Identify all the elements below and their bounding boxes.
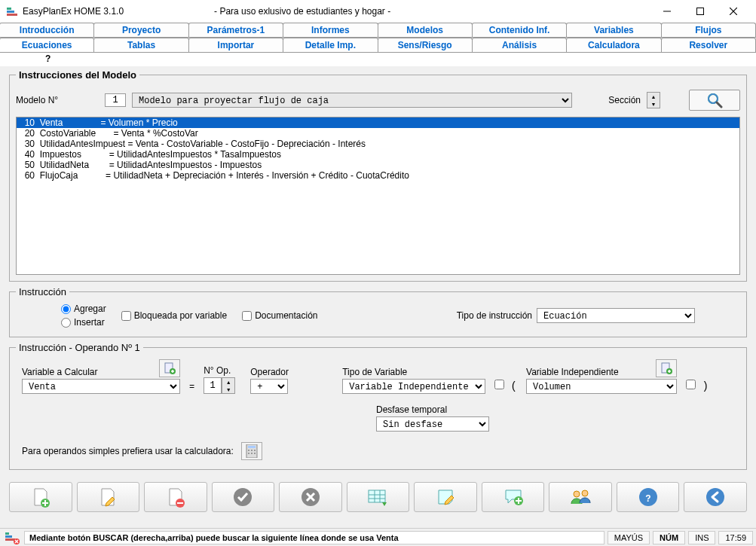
calculator-button[interactable] [241,442,262,460]
toolbar-accept-button[interactable] [212,482,275,512]
equation-line[interactable]: 20 CostoVariable = Venta * %CostoVar [17,128,739,139]
tab-introducción[interactable]: Introducción [0,23,94,37]
tab-sens/riesgo[interactable]: Sens/Riesgo [378,38,473,52]
toolbar-note-button[interactable] [414,482,477,512]
var-ind-select[interactable]: Volumen [526,379,677,394]
equation-line[interactable]: 30 UtilidadAntesImpuest = Venta - CostoV… [17,139,739,149]
main-toolbar: ? [0,477,756,517]
svg-rect-2 [7,14,17,16]
toolbar-back-button[interactable] [684,482,747,512]
help-icon: ? [638,487,659,508]
chk-documentacion[interactable]: Documentación [242,310,317,321]
operador-label: Operador [250,367,303,377]
tab-resolver[interactable]: Resolver [661,38,756,52]
chk-paren-open[interactable]: ( [494,380,517,392]
seccion-down-button[interactable]: ▼ [647,100,660,108]
svg-point-43 [574,491,580,497]
var-calcular-label: Variable a Calcular [22,367,98,377]
modelo-num-input[interactable] [105,93,126,107]
tipo-instruccion-select[interactable]: Ecuación [537,308,695,323]
calc-hint-text: Para operandos simples prefiera usar la … [22,446,234,456]
chk-paren-close[interactable]: ) [686,380,709,392]
status-app-icon[interactable] [3,530,21,545]
desfase-label: Desfase temporal [376,404,489,415]
back-arrow-icon [705,487,726,508]
tab-parámetros-1[interactable]: Parámetros-1 [188,23,283,37]
desfase-select[interactable]: Sin desfase [376,416,489,432]
table-arrow-icon [367,487,390,507]
svg-point-47 [706,488,724,506]
tab-contenido inf.[interactable]: Contenido Inf. [472,23,567,37]
tab-tablas[interactable]: Tablas [93,38,188,52]
document-new-icon [30,487,51,508]
toolbar-delete-button[interactable] [144,482,207,512]
radio-agregar[interactable]: Agregar [61,304,106,314]
toolbar-edit-button[interactable] [77,482,140,512]
app-title: EasyPlanEx HOME 3.1.0 [23,6,124,17]
svg-rect-22 [254,450,256,451]
tab-informes[interactable]: Informes [283,23,378,37]
close-button[interactable] [717,0,750,23]
tab-ecuaciones[interactable]: Ecuaciones [0,38,94,52]
var-calcular-select[interactable]: Venta [22,379,180,394]
equation-line[interactable]: 10 Venta = Volumen * Precio [17,117,739,128]
svg-rect-19 [248,446,256,448]
svg-rect-24 [251,453,253,454]
var-calcular-add-button[interactable] [159,359,180,377]
tipo-var-select[interactable]: Variable Independiente [342,379,485,394]
minimize-button[interactable] [650,0,684,23]
tab-variables[interactable]: Variables [566,23,661,37]
tipo-instruccion-label: Tipo de instrucción [457,310,532,321]
search-button[interactable] [689,90,740,111]
seccion-label: Sección [608,95,641,105]
nop-input[interactable] [204,377,222,394]
svg-rect-25 [254,453,256,454]
document-delete-icon [165,487,186,508]
equation-line[interactable]: 40 Impuestos = UtilidadAntesImpuestos * … [17,149,739,160]
seccion-up-button[interactable]: ▲ [647,93,660,100]
group-instruccion: Instrucción Agregar Insertar Bloqueada p… [9,286,747,337]
maximize-button[interactable] [684,0,717,23]
toolbar-comment-button[interactable] [482,482,545,512]
check-circle-icon [232,487,253,508]
operador-select[interactable]: + [250,379,288,394]
radio-insertar[interactable]: Insertar [61,317,106,328]
tab-detalle imp.[interactable]: Detalle Imp. [283,38,378,52]
toolbar-users-button[interactable] [549,482,612,512]
toolbar-cancel-button[interactable] [279,482,342,512]
tab-importar[interactable]: Importar [188,38,283,52]
var-ind-add-button[interactable] [656,359,677,377]
svg-rect-49 [5,535,12,538]
equation-line[interactable]: 60 FlujoCaja = UtilidadNeta + Depreciaci… [17,170,739,181]
status-ins: INS [688,531,715,544]
tab-modelos[interactable]: Modelos [378,23,473,37]
tab-calculadora[interactable]: Calculadora [566,38,661,52]
seccion-spinner[interactable]: ▲ ▼ [647,92,660,108]
tab-análisis[interactable]: Análisis [472,38,567,52]
toolbar-table-button[interactable] [347,482,410,512]
x-circle-icon [300,487,321,508]
help-label[interactable]: ? [0,53,756,66]
group-operando-legend: Instrucción - Operando Nº 1 [16,342,143,353]
app-icon [6,5,18,17]
note-edit-icon [435,487,456,508]
app-subtitle: - Para uso exlusivo de estudiantes y hog… [214,6,390,17]
users-icon [569,487,592,507]
svg-line-9 [717,102,721,107]
nop-spinner[interactable]: ▲▼ [222,377,235,394]
equals-sign: = [189,382,194,392]
equations-listing[interactable]: 10 Venta = Volumen * Precio 20 CostoVari… [16,117,740,275]
toolbar-new-button[interactable] [9,482,72,512]
document-edit-icon [97,487,118,508]
tab-proyecto[interactable]: Proyecto [93,23,188,37]
titlebar: EasyPlanEx HOME 3.1.0 - Para uso exlusiv… [0,0,756,23]
modelo-name-select[interactable]: Modelo para proyectar flujo de caja [132,93,572,108]
equation-line[interactable]: 50 UtilidadNeta = UtilidadAntesImpuestos… [17,160,739,170]
tab-flujos[interactable]: Flujos [661,23,756,37]
magnifier-icon [706,92,723,108]
toolbar-help-button[interactable]: ? [617,482,680,512]
chk-bloqueada[interactable]: Bloqueada por variable [121,310,227,321]
statusbar: Mediante botón BUSCAR (derecha,arriba) p… [0,528,756,546]
calculator-icon [246,444,258,458]
doc-plus-icon [660,362,672,374]
